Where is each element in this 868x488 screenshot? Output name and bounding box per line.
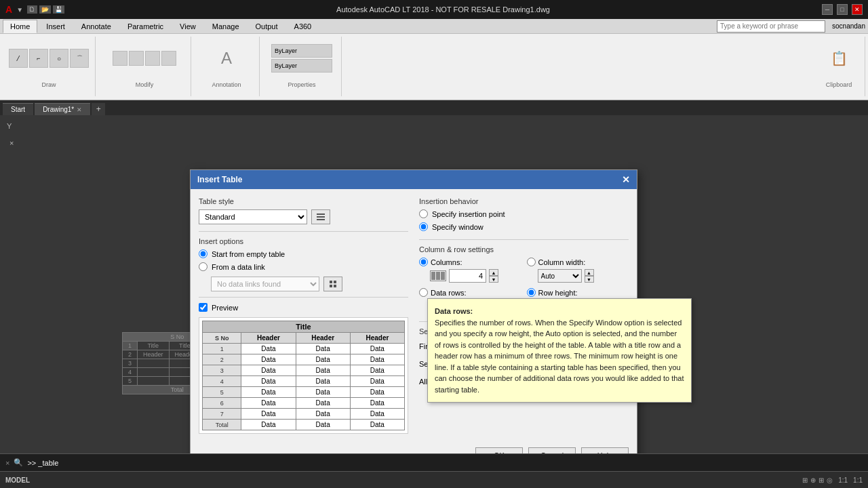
ribbon-tab-a360[interactable]: A360 <box>287 20 319 33</box>
data-link-select[interactable]: No data links found <box>211 277 319 291</box>
preview-title: Title <box>203 321 405 333</box>
preview-table: Title S No Header Header Header 1 Data D… <box>202 321 405 430</box>
ribbon-tab-view[interactable]: View <box>172 20 203 33</box>
polar-toggle[interactable]: ◎ <box>827 476 833 484</box>
ribbon-tab-insert[interactable]: Insert <box>39 20 73 33</box>
table-style-row: Standard <box>199 209 408 224</box>
stretch-tool[interactable] <box>145 51 160 66</box>
ribbon-content: ⁄ ⌐ ○ ⌒ Draw Modify A Annotation B <box>0 34 868 99</box>
annotation-group-label: Annotation <box>212 81 241 88</box>
dialog-title: Insert Table <box>197 175 242 184</box>
preview-data-3-3: Data <box>350 365 404 376</box>
ribbon-tab-manage[interactable]: Manage <box>205 20 247 33</box>
radio-data-link-label[interactable]: From a data link <box>212 263 265 271</box>
columns-down-btn[interactable]: ▼ <box>489 276 498 283</box>
row-height-label: Row height: <box>527 288 629 297</box>
preview-header-2: Header <box>296 333 350 344</box>
radio-specify-window[interactable] <box>419 222 428 231</box>
radio-data-link[interactable] <box>199 262 208 271</box>
preview-row-num-3: 3 <box>203 365 241 376</box>
ribbon-tab-home[interactable]: Home <box>3 20 37 33</box>
close-btn[interactable]: ✕ <box>852 4 863 15</box>
snap-toggle[interactable]: ⊕ <box>810 476 816 484</box>
columns-up-btn[interactable]: ▲ <box>489 269 498 276</box>
insert-options-group: Start from empty table From a data link <box>199 249 408 271</box>
paste-icon: 📋 <box>831 50 848 66</box>
preview-header-1: Header <box>241 333 296 344</box>
ortho-toggle[interactable]: ⊞ <box>818 476 824 484</box>
preview-container: Title S No Header Header Header 1 Data D… <box>199 317 408 434</box>
columns-label: Columns: <box>419 258 521 266</box>
draw-group-label: Draw <box>41 81 56 88</box>
column-width-radio[interactable] <box>527 258 536 266</box>
ribbon-tab-parametric[interactable]: Parametric <box>120 20 171 33</box>
circle-tool[interactable]: ○ <box>50 49 68 68</box>
preview-data-8-1: Data <box>241 420 296 430</box>
radio-empty-table-item: Start from empty table <box>199 249 408 258</box>
layer-selector[interactable]: ByLayer <box>271 44 332 58</box>
data-link-manage-btn[interactable] <box>323 277 342 291</box>
tab-start[interactable]: Start <box>3 103 33 115</box>
preview-data-6-1: Data <box>241 398 296 409</box>
table-style-select[interactable]: Standard <box>199 209 307 224</box>
column-width-select[interactable]: Auto <box>538 269 582 283</box>
ribbon-group-clipboard: 📋 Clipboard <box>813 37 865 96</box>
preview-row-num-5: 5 <box>203 387 241 398</box>
col-width-up-btn[interactable]: ▲ <box>585 269 594 276</box>
col-width-down-btn[interactable]: ▼ <box>585 276 594 283</box>
qat-new[interactable]: 🗋 <box>27 5 37 14</box>
polyline-tool[interactable]: ⌐ <box>29 49 48 68</box>
preview-checkbox[interactable] <box>199 303 208 312</box>
preview-data-5-1: Data <box>241 387 296 398</box>
col-row-label: Column & row settings <box>419 245 629 253</box>
grid-toggle[interactable]: ⊞ <box>802 476 808 484</box>
maximize-btn[interactable]: □ <box>837 4 848 15</box>
preview-data-3-1: Data <box>241 365 296 376</box>
preview-row-num-6: 6 <box>203 398 241 409</box>
arc-tool[interactable]: ⌒ <box>70 49 89 68</box>
user-label: socnandan <box>832 22 865 30</box>
copy-tool[interactable] <box>129 51 144 66</box>
preview-data-7-1: Data <box>241 409 296 420</box>
preview-data-4-3: Data <box>350 376 404 387</box>
title-bar: A ▼ 🗋 📂 💾 Autodesk AutoCAD LT 2018 - NOT… <box>0 0 868 19</box>
svg-rect-2 <box>317 219 325 220</box>
minimize-btn[interactable]: ─ <box>822 4 833 15</box>
ribbon-tab-annotate[interactable]: Annotate <box>74 20 119 33</box>
radio-insertion-point[interactable] <box>419 209 428 218</box>
data-rows-radio[interactable] <box>419 288 428 297</box>
qat-open[interactable]: 📂 <box>39 5 51 14</box>
app-icon: A <box>5 4 12 15</box>
preview-header-3: Header <box>350 333 404 344</box>
row-height-radio[interactable] <box>527 288 536 297</box>
radio-insertion-point-label[interactable]: Specify insertion point <box>432 210 505 218</box>
tooltip-title: Data rows: <box>435 307 473 315</box>
columns-input[interactable]: 4 <box>449 269 486 283</box>
preview-data-2-3: Data <box>350 354 404 365</box>
ribbon-tab-output[interactable]: Output <box>248 20 285 33</box>
new-tab-btn[interactable]: + <box>92 103 105 115</box>
preview-data-2-2: Data <box>296 354 350 365</box>
radio-specify-window-label[interactable]: Specify window <box>432 223 484 231</box>
line-tool[interactable]: ⁄ <box>9 49 28 68</box>
preview-data-1-1: Data <box>241 344 296 354</box>
ok-button[interactable]: OK <box>475 447 523 453</box>
columns-radio[interactable] <box>419 258 428 266</box>
columns-spinner: ▲ ▼ <box>489 269 498 283</box>
radio-empty-label[interactable]: Start from empty table <box>212 250 285 258</box>
search-input[interactable] <box>717 20 825 33</box>
color-selector[interactable]: ByLayer <box>271 59 332 73</box>
command-line: × 🔍 >> _table <box>0 453 868 471</box>
preview-label[interactable]: Preview <box>212 304 238 312</box>
radio-empty-table[interactable] <box>199 249 208 258</box>
move-tool[interactable] <box>113 51 127 66</box>
ribbon-group-modify: Modify <box>98 37 191 96</box>
rotate-tool[interactable] <box>161 51 176 66</box>
tab-close-btn[interactable]: ✕ <box>77 106 82 113</box>
table-style-edit-btn[interactable] <box>311 209 330 224</box>
qat-save[interactable]: 💾 <box>53 5 64 14</box>
cancel-button[interactable]: Cancel <box>528 447 576 453</box>
help-button[interactable]: Help <box>581 447 629 453</box>
dialog-close-btn[interactable]: ✕ <box>622 174 630 185</box>
tab-drawing1[interactable]: Drawing1* ✕ <box>35 103 90 115</box>
